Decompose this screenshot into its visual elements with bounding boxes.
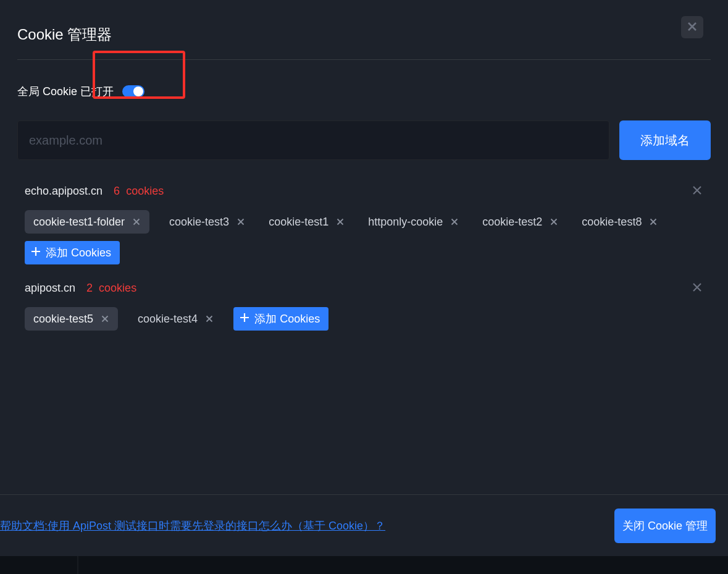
cookie-chip[interactable]: cookie-test3 [165,210,249,234]
cookie-chip-label: cookie-test3 [169,216,229,229]
domain-name: apipost.cn [25,282,75,295]
global-cookie-toggle[interactable] [122,85,144,98]
domain-cookie-count: 6 cookies [114,185,164,198]
close-icon [550,216,558,229]
modal-title: Cookie 管理器 [17,25,112,44]
global-cookie-toggle-row: 全局 Cookie 已打开 [0,74,728,109]
close-icon [337,216,344,229]
remove-cookie-button[interactable] [205,314,214,323]
cookie-chip[interactable]: httponly-cookie [364,210,462,234]
domain-block: echo.apipost.cn6 cookiescookie-test1-fol… [25,185,703,264]
remove-cookie-button[interactable] [101,314,109,323]
plus-icon [31,247,41,260]
cookie-chip-label: cookie-test2 [482,216,542,229]
add-domain-button[interactable]: 添加域名 [619,120,711,160]
app-shell-footer-divider [77,556,78,574]
cookie-chip-label: cookie-test8 [582,216,642,229]
cookie-chip-list: cookie-test1-foldercookie-test3cookie-te… [25,210,703,264]
delete-domain-button[interactable] [691,282,703,295]
cookie-chip[interactable]: cookie-test8 [578,210,661,234]
close-icon [451,216,458,229]
close-icon [692,185,702,198]
close-icon [692,282,702,295]
cookie-chip[interactable]: cookie-test5 [25,307,118,331]
global-cookie-toggle-label: 全局 Cookie 已打开 [17,84,114,99]
remove-cookie-button[interactable] [649,217,658,226]
domain-cookie-count: 2 cookies [86,282,136,295]
close-button[interactable] [681,16,703,38]
close-icon [650,216,657,229]
remove-cookie-button[interactable] [450,217,459,226]
remove-cookie-button[interactable] [132,217,141,226]
remove-cookie-button[interactable] [236,217,245,226]
domain-name: echo.apipost.cn [25,185,103,198]
cookie-chip-list: cookie-test5cookie-test4添加 Cookies [25,307,703,331]
add-domain-row: 添加域名 [0,109,728,160]
cookie-chip[interactable]: cookie-test2 [479,210,562,234]
cookie-chip-label: cookie-test5 [33,313,93,326]
modal-header: Cookie 管理器 [0,0,728,59]
cookie-chip[interactable]: cookie-test4 [134,307,217,331]
close-icon [687,20,697,35]
domain-header: apipost.cn2 cookies [25,282,703,295]
add-cookies-label: 添加 Cookies [46,245,111,260]
help-doc-link[interactable]: 帮助文档:使用 ApiPost 测试接口时需要先登录的接口怎么办（基于 Cook… [0,518,385,533]
plus-icon [240,313,249,326]
cookie-chip[interactable]: cookie-test1-folder [25,210,149,234]
domain-block: apipost.cn2 cookiescookie-test5cookie-te… [25,282,703,331]
cookie-manager-modal: Cookie 管理器 全局 Cookie 已打开 添加域名 echo.apipo… [0,0,728,556]
close-icon [206,313,213,326]
add-cookies-button[interactable]: 添加 Cookies [233,307,328,331]
cookie-chip[interactable]: cookie-test1 [265,210,348,234]
cookie-chip-label: httponly-cookie [368,216,443,229]
delete-domain-button[interactable] [691,185,703,198]
add-cookies-label: 添加 Cookies [254,311,320,326]
close-icon [101,313,109,326]
domain-header: echo.apipost.cn6 cookies [25,185,703,198]
close-cookie-manager-button[interactable]: 关闭 Cookie 管理 [614,509,716,543]
add-cookies-button[interactable]: 添加 Cookies [25,241,120,264]
modal-footer: 帮助文档:使用 ApiPost 测试接口时需要先登录的接口怎么办（基于 Cook… [0,494,728,556]
close-icon [237,216,245,229]
cookie-chip-label: cookie-test4 [138,313,198,326]
domain-input[interactable] [17,120,609,160]
cookie-chip-label: cookie-test1-folder [33,216,125,229]
close-icon [133,216,140,229]
app-shell-footer [0,556,728,574]
header-divider [17,59,711,60]
remove-cookie-button[interactable] [550,217,558,226]
cookie-chip-label: cookie-test1 [269,216,328,229]
remove-cookie-button[interactable] [336,217,345,226]
